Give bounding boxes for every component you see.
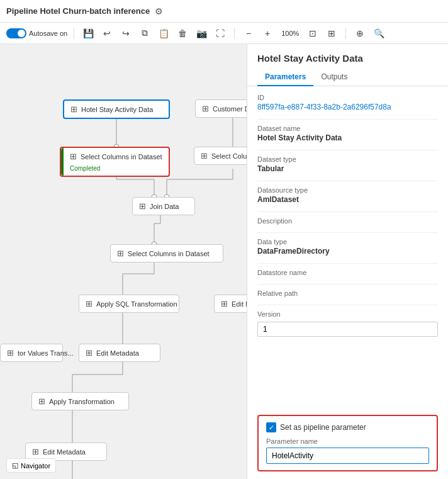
param-name-input[interactable] xyxy=(266,448,429,464)
node-select-cols-2-label: Select Colum... xyxy=(211,152,247,160)
node-apply-transform-icon: ⊞ xyxy=(38,397,45,406)
node-apply-sql-1-label: Apply SQL Transformation xyxy=(96,300,177,308)
field-datastore-name: Datastore name xyxy=(257,269,438,276)
node-select-cols-3[interactable]: ⊞ Select Columns in Dataset xyxy=(110,244,223,262)
toggle-thumb xyxy=(18,30,25,37)
redo-button[interactable]: ↪ xyxy=(118,26,133,41)
autosave-toggle[interactable]: Autosave on xyxy=(6,28,67,38)
node-indicator-label: tor Values Trans... xyxy=(18,349,73,357)
node-hotel-stay-label: Hotel Stay Activity Data xyxy=(81,106,153,113)
right-panel: Hotel Stay Activity Data Parameters Outp… xyxy=(247,44,448,479)
completed-status: Completed xyxy=(70,165,100,172)
version-input[interactable] xyxy=(257,322,438,337)
copy-button[interactable]: ⧉ xyxy=(137,26,152,41)
node-apply-transform-label: Apply Transformation xyxy=(49,398,115,405)
divider-3 xyxy=(257,181,438,181)
node-edit-m[interactable]: ⊞ Edit M... xyxy=(214,295,247,313)
dataset-type-label: Dataset type xyxy=(257,155,438,163)
data-type-value: DataFrameDirectory xyxy=(257,247,438,256)
node-join-label: Join Data xyxy=(150,203,179,210)
navigator-label: Navigator xyxy=(21,462,50,470)
node-edit-m-label: Edit M... xyxy=(232,300,247,308)
search-button[interactable]: 🔍 xyxy=(371,26,386,41)
divider-6 xyxy=(257,263,438,264)
divider-5 xyxy=(257,232,438,233)
node-select-cols-2[interactable]: ⊞ Select Colum... xyxy=(194,147,247,165)
app-title: Pipeline Hotel Churn-batch inference xyxy=(6,6,150,16)
node-select-cols-1[interactable]: ⊞ Select Columns in Dataset Completed xyxy=(60,147,170,177)
node-apply-transform[interactable]: ⊞ Apply Transformation xyxy=(31,392,129,410)
pipeline-param-section: ✓ Set as pipeline parameter Parameter na… xyxy=(257,415,438,471)
pipeline-canvas[interactable]: ⊞ Hotel Stay Activity Data ⊞ Customer Da… xyxy=(0,44,247,479)
pipeline-param-checkbox-label: Set as pipeline parameter xyxy=(280,423,366,432)
version-label: Version xyxy=(257,310,438,318)
node-customer-label: Customer Da... xyxy=(213,105,247,113)
node-select-cols-1-icon: ⊞ xyxy=(70,152,77,161)
toolbar-separator-2 xyxy=(234,28,235,39)
node-apply-sql-1-icon: ⊞ xyxy=(86,299,92,308)
node-customer-icon: ⊞ xyxy=(202,104,209,113)
autosave-label: Autosave on xyxy=(29,30,67,37)
field-dataset-name: Dataset name Hotel Stay Activity Data xyxy=(257,125,438,142)
undo-button[interactable]: ↩ xyxy=(99,26,115,41)
description-label: Description xyxy=(257,217,438,225)
divider-1 xyxy=(257,119,438,120)
node-select-cols-3-label: Select Columns in Dataset xyxy=(128,250,210,257)
grid-button[interactable]: ⊞ xyxy=(324,26,339,41)
dataset-type-value: Tabular xyxy=(257,164,438,173)
field-version: Version xyxy=(257,310,438,337)
datastore-name-label: Datastore name xyxy=(257,269,438,276)
node-edit-metadata-2-icon: ⊞ xyxy=(32,447,39,456)
field-dataset-type: Dataset type Tabular xyxy=(257,155,438,173)
divider-2 xyxy=(257,150,438,150)
zoom-out-button[interactable]: − xyxy=(241,26,256,41)
completed-bar xyxy=(61,148,64,176)
node-hotel-stay-icon: ⊞ xyxy=(70,104,77,114)
panel-content: ID 8ff597fa-e887-4f33-8a2b-2a6296f57d8a … xyxy=(247,86,448,407)
field-id: ID 8ff597fa-e887-4f33-8a2b-2a6296f57d8a xyxy=(257,94,438,111)
node-indicator-vals[interactable]: ⊞ tor Values Trans... xyxy=(0,344,63,362)
node-edit-metadata-1-icon: ⊞ xyxy=(86,348,92,358)
delete-button[interactable]: 🗑 xyxy=(175,26,190,41)
datasource-type-label: Datasource type xyxy=(257,186,438,194)
checkbox-row: ✓ Set as pipeline parameter xyxy=(266,422,429,432)
toolbar: Autosave on 💾 ↩ ↪ ⧉ 📋 🗑 📷 ⛶ − + 100% ⊡ ⊞… xyxy=(0,23,448,44)
top-bar: Pipeline Hotel Churn-batch inference ⚙ xyxy=(0,0,448,23)
node-edit-m-icon: ⊞ xyxy=(221,299,228,308)
main-area: ⊞ Hotel Stay Activity Data ⊞ Customer Da… xyxy=(0,44,448,479)
node-indicator-icon: ⊞ xyxy=(7,348,14,358)
field-data-type: Data type DataFrameDirectory xyxy=(257,238,438,256)
fullscreen-button[interactable]: ⛶ xyxy=(213,26,228,41)
field-datasource-type: Datasource type AmlDataset xyxy=(257,186,438,204)
divider-4 xyxy=(257,211,438,212)
node-hotel-stay[interactable]: ⊞ Hotel Stay Activity Data xyxy=(63,99,170,119)
node-select-cols-3-icon: ⊞ xyxy=(117,249,124,258)
relative-path-label: Relative path xyxy=(257,290,438,297)
module-list-button[interactable]: ⊕ xyxy=(352,26,367,41)
node-select-cols-2-icon: ⊞ xyxy=(201,151,208,161)
dataset-name-label: Dataset name xyxy=(257,125,438,132)
param-name-label: Parameter name xyxy=(266,437,429,445)
node-apply-sql-1[interactable]: ⊞ Apply SQL Transformation xyxy=(79,295,179,313)
paste-button[interactable]: 📋 xyxy=(156,26,171,41)
zoom-in-button[interactable]: + xyxy=(260,26,275,41)
node-join-icon: ⊞ xyxy=(139,201,146,211)
divider-8 xyxy=(257,305,438,305)
node-join-data[interactable]: ⊞ Join Data xyxy=(132,197,195,215)
panel-tabs: Parameters Outputs xyxy=(247,69,448,86)
node-edit-metadata-1[interactable]: ⊞ Edit Metadata xyxy=(79,344,160,362)
navigator-button[interactable]: ◱ Navigator xyxy=(6,458,56,473)
node-edit-metadata-2-label: Edit Metadata xyxy=(43,448,86,456)
divider-7 xyxy=(257,284,438,285)
toggle-track[interactable] xyxy=(6,28,26,38)
gear-icon[interactable]: ⚙ xyxy=(155,6,163,16)
node-customer-data[interactable]: ⊞ Customer Da... xyxy=(195,99,247,118)
snapshot-button[interactable]: 📷 xyxy=(194,26,209,41)
save-button[interactable]: 💾 xyxy=(81,26,96,41)
data-type-label: Data type xyxy=(257,238,438,245)
tab-parameters[interactable]: Parameters xyxy=(257,69,313,86)
tab-outputs[interactable]: Outputs xyxy=(313,69,355,86)
pipeline-param-checkbox[interactable]: ✓ xyxy=(266,422,276,432)
id-value: 8ff597fa-e887-4f33-8a2b-2a6296f57d8a xyxy=(257,103,438,111)
fit-button[interactable]: ⊡ xyxy=(305,26,320,41)
